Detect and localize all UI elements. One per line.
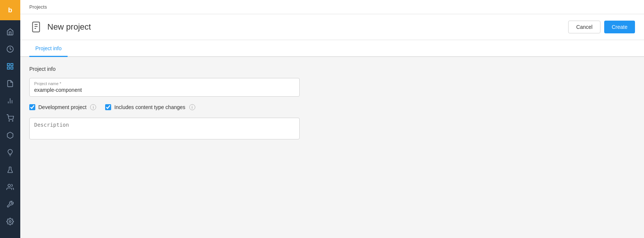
cart-icon (6, 114, 14, 122)
header-left: New project (29, 20, 91, 34)
sidebar-item-reports[interactable] (0, 92, 20, 109)
includes-content-info-icon[interactable]: i (189, 104, 195, 110)
sidebar-item-projects[interactable] (0, 58, 20, 75)
users-icon (6, 183, 14, 191)
development-project-info-icon[interactable]: i (90, 104, 96, 110)
gear-icon (6, 218, 14, 225)
development-project-checkbox[interactable] (29, 104, 35, 110)
description-group (29, 118, 635, 139)
projects-icon (6, 63, 14, 70)
includes-content-label: Includes content type changes (114, 104, 185, 110)
sidebar-item-tools[interactable] (0, 196, 20, 213)
main-content: Projects New project Cancel Create Proje… (20, 0, 644, 238)
project-name-group: Project name * (29, 78, 635, 97)
sidebar-item-commerce[interactable] (0, 109, 20, 127)
sidebar-item-settings[interactable] (0, 213, 20, 230)
sidebar-item-clock[interactable] (0, 40, 20, 58)
checkboxes-row: Development project i Includes content t… (29, 104, 635, 110)
clock-icon (6, 45, 14, 53)
section-title: Project info (29, 66, 635, 72)
sidebar: b (0, 0, 20, 238)
includes-content-checkbox-item: Includes content type changes i (105, 104, 195, 110)
cancel-button[interactable]: Cancel (568, 21, 600, 33)
header-actions: Cancel Create (568, 21, 635, 33)
cube-icon (6, 132, 14, 139)
home-icon (6, 28, 14, 36)
development-project-label: Development project (38, 104, 86, 110)
description-input[interactable] (34, 122, 295, 134)
page-header: New project Cancel Create (20, 14, 644, 40)
svg-rect-2 (11, 64, 13, 66)
sidebar-item-ideas[interactable] (0, 144, 20, 161)
create-button[interactable]: Create (604, 21, 635, 33)
sidebar-nav (0, 20, 20, 238)
description-wrapper (29, 118, 300, 139)
project-name-wrapper: Project name * (29, 78, 300, 97)
project-name-label: Project name * (34, 81, 295, 86)
new-project-icon (29, 20, 43, 34)
breadcrumb: Projects (29, 4, 47, 10)
svg-rect-3 (11, 67, 13, 69)
bar-chart-icon (6, 97, 14, 105)
file-icon (6, 80, 14, 87)
sidebar-item-home[interactable] (0, 23, 20, 40)
svg-rect-4 (8, 67, 10, 69)
tab-project-info[interactable]: Project info (29, 40, 68, 57)
sidebar-item-components[interactable] (0, 127, 20, 144)
tab-bar: Project info (20, 40, 644, 57)
includes-content-checkbox[interactable] (105, 104, 111, 110)
tools-icon (6, 201, 14, 208)
sidebar-item-labs[interactable] (0, 161, 20, 178)
svg-point-11 (9, 221, 11, 223)
content-area: Project info Project name * Development … (20, 57, 644, 238)
svg-point-8 (9, 121, 10, 121)
svg-rect-1 (8, 64, 10, 66)
page-title: New project (47, 22, 91, 32)
flask-icon (6, 166, 14, 174)
lightbulb-icon (6, 149, 14, 156)
project-name-input[interactable] (34, 87, 295, 93)
svg-point-10 (8, 184, 11, 187)
development-project-checkbox-item: Development project i (29, 104, 96, 110)
sidebar-item-users[interactable] (0, 178, 20, 196)
sidebar-logo[interactable]: b (0, 0, 20, 20)
svg-point-9 (12, 121, 13, 121)
breadcrumb-bar: Projects (20, 0, 644, 14)
svg-rect-12 (33, 22, 40, 32)
sidebar-item-content[interactable] (0, 75, 20, 92)
